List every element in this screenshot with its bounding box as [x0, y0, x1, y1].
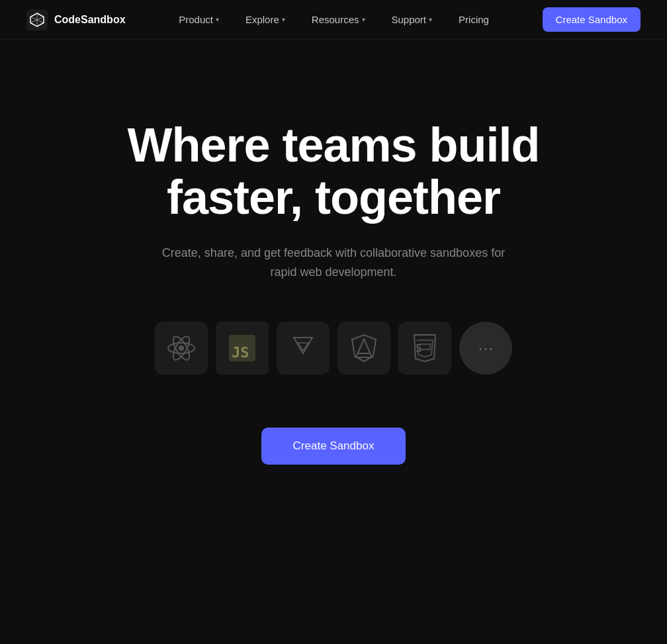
html5-icon: 5: [398, 322, 451, 375]
nav-item-support[interactable]: Support ▾: [381, 9, 443, 30]
nav-label-explore: Explore: [245, 14, 279, 25]
tech-icons-row: JS 5 ···: [155, 322, 512, 375]
nav-create-sandbox-button[interactable]: Create Sandbox: [543, 7, 641, 32]
hero-section: Where teams build faster, together Creat…: [0, 40, 667, 518]
nav-item-pricing[interactable]: Pricing: [448, 9, 500, 30]
hero-create-sandbox-button[interactable]: Create Sandbox: [261, 428, 406, 465]
brand-name: CodeSandbox: [54, 14, 126, 26]
javascript-icon: JS: [216, 322, 269, 375]
nav-logo[interactable]: CodeSandbox: [26, 9, 126, 30]
nav-label-support: Support: [392, 14, 427, 25]
chevron-down-icon: ▾: [216, 16, 219, 23]
react-icon: [155, 322, 208, 375]
hero-subtitle: Create, share, and get feedback with col…: [148, 244, 519, 282]
more-dots: ···: [478, 338, 493, 359]
nav-label-pricing: Pricing: [459, 14, 489, 25]
nav-label-product: Product: [179, 14, 213, 25]
nav-label-resources: Resources: [312, 14, 359, 25]
more-icon: ···: [459, 322, 512, 375]
svg-point-1: [179, 345, 184, 351]
angular-icon: [337, 322, 390, 375]
svg-marker-10: [356, 339, 372, 357]
navbar: CodeSandbox Product ▾ Explore ▾ Resource…: [0, 0, 667, 40]
chevron-down-icon: ▾: [282, 16, 285, 23]
nav-item-resources[interactable]: Resources ▾: [301, 9, 376, 30]
chevron-down-icon: ▾: [429, 16, 432, 23]
nav-item-product[interactable]: Product ▾: [168, 9, 230, 30]
nav-item-explore[interactable]: Explore ▾: [235, 9, 296, 30]
svg-text:JS: JS: [232, 344, 249, 361]
hero-title: Where teams build faster, together: [69, 119, 598, 224]
vue-icon: [277, 322, 330, 375]
logo-icon: [26, 9, 48, 30]
nav-links: Product ▾ Explore ▾ Resources ▾ Support …: [168, 9, 500, 30]
chevron-down-icon: ▾: [362, 16, 365, 23]
